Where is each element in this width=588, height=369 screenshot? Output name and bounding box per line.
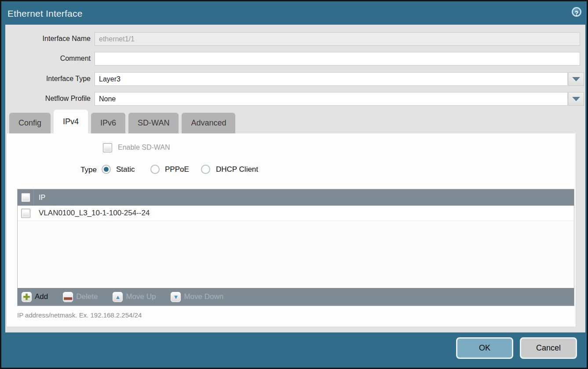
tab-ipv4[interactable]: IPv4 bbox=[54, 110, 88, 133]
tab-ipv6[interactable]: IPv6 bbox=[91, 113, 125, 133]
radio-pppoe-label[interactable]: PPPoE bbox=[165, 165, 189, 174]
type-row: Type Static PPPoE DHCP Client bbox=[7, 165, 576, 175]
dialog-body: Interface Name Comment Interface Type La… bbox=[5, 25, 585, 332]
delete-button[interactable]: ▬ Delete bbox=[63, 292, 98, 302]
tab-advanced[interactable]: Advanced bbox=[182, 113, 235, 133]
enable-sdwan-row: Enable SD-WAN bbox=[7, 143, 576, 153]
table-row[interactable]: VLAN0100_L3_10-1-100-254--24 bbox=[18, 206, 574, 221]
netflow-profile-label: Netflow Profile bbox=[5, 92, 91, 105]
ip-column-header: IP bbox=[39, 194, 45, 202]
radio-static-label[interactable]: Static bbox=[116, 165, 135, 174]
radio-static[interactable] bbox=[102, 165, 111, 174]
interface-type-value: Layer3 bbox=[95, 72, 568, 86]
move-down-button[interactable]: ▼ Move Down bbox=[171, 292, 223, 302]
ip-table: IP VLAN0100_L3_10-1-100-254--24 ✚ Add ▬ … bbox=[17, 189, 574, 306]
ip-table-header: IP bbox=[18, 189, 574, 206]
ethernet-interface-dialog: Ethernet Interface ? Interface Name Comm… bbox=[0, 0, 588, 369]
dialog-titlebar: Ethernet Interface ? bbox=[1, 1, 587, 25]
radio-pppoe[interactable] bbox=[150, 165, 160, 174]
cancel-button[interactable]: Cancel bbox=[520, 337, 577, 359]
help-icon[interactable]: ? bbox=[572, 7, 581, 17]
radio-dhcp-client[interactable] bbox=[201, 165, 210, 174]
tab-sdwan[interactable]: SD-WAN bbox=[128, 113, 179, 133]
row-checkbox[interactable] bbox=[21, 209, 30, 218]
add-button[interactable]: ✚ Add bbox=[22, 292, 48, 302]
netflow-profile-value: None bbox=[95, 92, 568, 106]
interface-name-label: Interface Name bbox=[5, 32, 91, 45]
interface-type-dropdown[interactable]: Layer3 bbox=[95, 72, 584, 86]
enable-sdwan-label: Enable SD-WAN bbox=[118, 144, 170, 151]
type-label: Type bbox=[7, 165, 97, 175]
comment-input[interactable] bbox=[95, 52, 580, 66]
dialog-title: Ethernet Interface bbox=[7, 8, 83, 19]
interface-type-label: Interface Type bbox=[5, 72, 91, 85]
table-toolbar: ✚ Add ▬ Delete ▲ Move Up ▼ Move Down bbox=[18, 288, 574, 306]
ip-cell-value[interactable]: VLAN0100_L3_10-1-100-254--24 bbox=[39, 209, 150, 218]
netflow-profile-dropdown[interactable]: None bbox=[95, 92, 584, 106]
move-up-button[interactable]: ▲ Move Up bbox=[113, 292, 156, 302]
ipv4-panel: Enable SD-WAN Type Static PPPoE DHCP Cli… bbox=[6, 133, 576, 327]
plus-icon: ✚ bbox=[22, 292, 32, 302]
radio-dhcp-client-label[interactable]: DHCP Client bbox=[216, 165, 258, 174]
comment-label: Comment bbox=[5, 52, 91, 65]
interface-type-dropdown-button[interactable] bbox=[568, 72, 584, 86]
enable-sdwan-checkbox bbox=[103, 143, 112, 152]
arrow-up-icon: ▲ bbox=[113, 292, 123, 302]
arrow-down-icon: ▼ bbox=[171, 292, 181, 302]
select-all-checkbox[interactable] bbox=[21, 193, 30, 202]
netflow-profile-dropdown-button[interactable] bbox=[568, 92, 584, 106]
minus-icon: ▬ bbox=[63, 292, 73, 302]
ok-button[interactable]: OK bbox=[456, 337, 513, 359]
chevron-down-icon bbox=[572, 97, 580, 101]
table-empty-space bbox=[18, 221, 574, 288]
ip-format-hint: IP address/netmask. Ex. 192.168.2.254/24 bbox=[17, 311, 142, 319]
column-divider bbox=[34, 189, 34, 206]
chevron-down-icon bbox=[572, 77, 580, 81]
interface-name-input bbox=[95, 32, 580, 46]
tab-bar: Config IPv4 IPv6 SD-WAN Advanced bbox=[9, 110, 235, 133]
tab-config[interactable]: Config bbox=[9, 113, 51, 133]
